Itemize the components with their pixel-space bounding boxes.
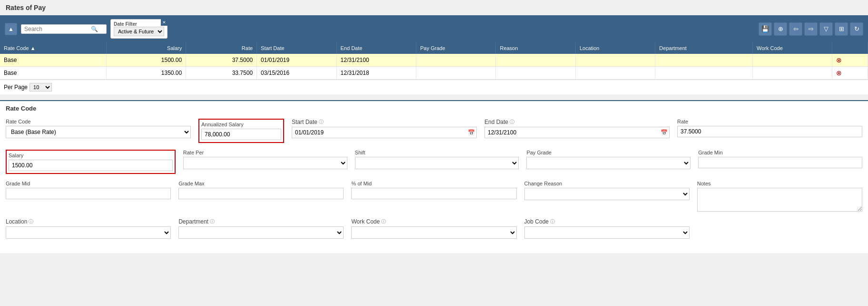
col-header-salary[interactable]: Salary	[106, 42, 186, 54]
form-section-title: Rate Code	[0, 101, 868, 114]
notes-label: Notes	[697, 181, 862, 186]
grade-max-label: Grade Max	[178, 181, 344, 186]
rate-code-group: Rate Code Base (Base Rate)	[6, 119, 191, 138]
save-icon-button[interactable]: 💾	[759, 22, 772, 36]
columns-icon-button[interactable]: ⊞	[835, 22, 848, 36]
cell-rate: 37.5000	[186, 54, 257, 67]
filter-icon-button[interactable]: ▽	[819, 22, 833, 36]
location-group: Location ⓘ	[6, 218, 171, 239]
job-code-group: Job Code ⓘ	[524, 218, 690, 239]
col-header-rate-code[interactable]: Rate Code ▲	[0, 42, 106, 54]
col-header-action	[832, 42, 868, 54]
cell-end-date: 12/31/2100	[336, 54, 416, 67]
date-filter-container: ✕ Date Filter Active & Future All Active…	[110, 19, 168, 39]
grade-max-group: Grade Max	[178, 181, 344, 199]
salary-input[interactable]	[9, 160, 173, 171]
job-code-select[interactable]	[524, 226, 690, 239]
col-header-reason[interactable]: Reason	[496, 42, 575, 54]
location-info-icon: ⓘ	[29, 218, 33, 225]
rate-group: Rate	[677, 119, 862, 137]
import-icon-button[interactable]: ⇦	[789, 22, 802, 36]
start-date-calendar-icon[interactable]: 📅	[468, 129, 475, 136]
cell-work-code	[753, 54, 832, 67]
cell-end-date: 12/31/2018	[336, 67, 416, 80]
rate-per-label: Rate Per	[183, 150, 347, 155]
col-header-start-date[interactable]: Start Date	[257, 42, 336, 54]
search-input[interactable]	[24, 26, 91, 32]
refresh-icon-button[interactable]: ↻	[850, 22, 863, 36]
page-title: Rates of Pay	[0, 0, 868, 15]
col-header-work-code[interactable]: Work Code	[753, 42, 832, 54]
col-header-department[interactable]: Department	[655, 42, 753, 54]
cell-salary: 1500.00	[106, 54, 186, 67]
notes-textarea[interactable]	[697, 188, 862, 212]
add-icon-button[interactable]: ⊕	[774, 22, 787, 36]
end-date-input[interactable]	[484, 127, 670, 138]
location-select[interactable]	[6, 226, 171, 239]
work-code-group: Work Code ⓘ	[351, 218, 516, 239]
date-filter-close-button[interactable]: ✕	[161, 19, 168, 26]
pay-grade-select[interactable]	[526, 157, 690, 169]
annualized-salary-group-highlighted: Annualized Salary	[198, 119, 284, 143]
delete-row-button[interactable]: ⊗	[836, 56, 842, 64]
form-row-3: Grade Mid Grade Max % of Mid Change Reas…	[6, 181, 862, 212]
search-icon: 🔍	[91, 26, 98, 32]
table-row[interactable]: Base 1500.00 37.5000 01/01/2019 12/31/21…	[0, 54, 868, 67]
pct-of-mid-input[interactable]	[351, 188, 516, 199]
start-date-input-wrapper: 📅	[292, 127, 477, 138]
start-date-input[interactable]	[292, 127, 477, 138]
notes-group: Notes	[697, 181, 862, 212]
rate-input[interactable]	[677, 126, 862, 137]
col-header-rate[interactable]: Rate	[186, 42, 257, 54]
form-section: Rate Code Base (Base Rate) Annualized Sa…	[0, 114, 868, 253]
change-reason-label: Change Reason	[524, 181, 690, 186]
job-code-info-icon: ⓘ	[550, 218, 555, 225]
per-page-row: Per Page 10 25 50 100	[0, 80, 868, 94]
rate-code-label: Rate Code	[6, 119, 191, 124]
end-date-calendar-icon[interactable]: 📅	[661, 129, 668, 136]
cell-location	[575, 67, 655, 80]
col-header-pay-grade[interactable]: Pay Grade	[416, 42, 495, 54]
grade-mid-group: Grade Mid	[6, 181, 171, 199]
per-page-select[interactable]: 10 25 50 100	[30, 83, 52, 92]
pay-grade-group: Pay Grade	[526, 150, 690, 169]
start-date-label: Start Date ⓘ	[292, 119, 477, 125]
date-filter-select[interactable]: Active & Future All Active Future Histor…	[114, 27, 164, 36]
annualized-salary-input[interactable]	[201, 129, 281, 140]
cell-location	[575, 54, 655, 67]
grade-max-input[interactable]	[178, 188, 344, 199]
form-row-1: Rate Code Base (Base Rate) Annualized Sa…	[6, 119, 862, 143]
grade-min-input[interactable]	[698, 157, 862, 168]
end-date-group: End Date ⓘ 📅	[484, 119, 670, 138]
rates-table-container: Rate Code ▲ Salary Rate Start Date End D…	[0, 42, 868, 94]
cell-action: ⊗	[832, 67, 868, 80]
nav-up-button[interactable]: ▲	[5, 23, 17, 35]
delete-row-button[interactable]: ⊗	[836, 69, 842, 77]
work-code-select[interactable]	[351, 226, 516, 239]
col-header-end-date[interactable]: End Date	[336, 42, 416, 54]
col-header-location[interactable]: Location	[575, 42, 655, 54]
grade-mid-input[interactable]	[6, 188, 171, 199]
department-select[interactable]	[178, 226, 344, 239]
date-filter-label: Date Filter	[114, 21, 164, 27]
rate-per-select[interactable]	[183, 157, 347, 169]
cell-rate: 33.7500	[186, 67, 257, 80]
end-date-input-wrapper: 📅	[484, 127, 670, 138]
cell-rate-code: Base	[0, 67, 106, 80]
cell-salary: 1350.00	[106, 67, 186, 80]
table-row[interactable]: Base 1350.00 33.7500 03/15/2016 12/31/20…	[0, 67, 868, 80]
pct-of-mid-group: % of Mid	[351, 181, 516, 199]
cell-action: ⊗	[832, 54, 868, 67]
change-reason-select[interactable]	[524, 188, 690, 200]
cell-pay-grade	[416, 67, 495, 80]
shift-select[interactable]	[355, 157, 519, 169]
grade-min-group: Grade Min	[698, 150, 862, 168]
salary-label: Salary	[9, 153, 173, 158]
department-group: Department ⓘ	[178, 218, 344, 239]
rate-code-select[interactable]: Base (Base Rate)	[6, 126, 191, 138]
annualized-salary-label: Annualized Salary	[201, 122, 281, 127]
start-date-group: Start Date ⓘ 📅	[292, 119, 477, 138]
export-icon-button[interactable]: ⇨	[804, 22, 818, 36]
salary-group-highlighted: Salary	[6, 150, 176, 174]
toolbar: ▲ 🔍 ✕ Date Filter Active & Future All Ac…	[0, 15, 868, 42]
